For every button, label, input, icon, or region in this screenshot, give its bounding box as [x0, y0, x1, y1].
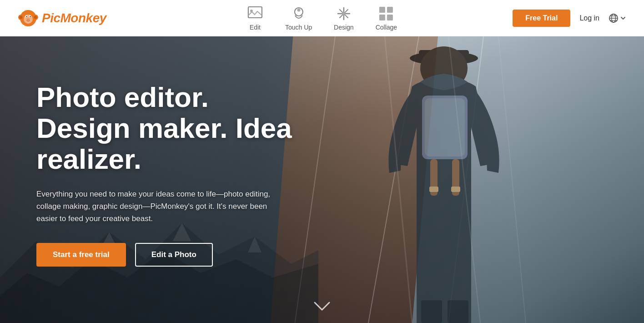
- header: PicMonkey Edit Touch Up: [0, 0, 644, 36]
- globe-icon: [609, 13, 619, 23]
- svg-point-16: [297, 8, 300, 11]
- nav-item-edit[interactable]: Edit: [247, 5, 263, 31]
- svg-rect-22: [379, 7, 385, 13]
- hero-subtitle: Everything you need to make your ideas c…: [36, 188, 273, 225]
- edit-photo-button[interactable]: Edit a Photo: [135, 243, 213, 267]
- hero-buttons: Start a free trial Edit a Photo: [36, 243, 309, 267]
- nav-design-label: Design: [334, 24, 354, 31]
- svg-point-12: [29, 19, 30, 20]
- hero-content: Photo editor. Design maker. Idea realize…: [36, 82, 309, 267]
- logo[interactable]: PicMonkey: [18, 8, 106, 28]
- touchup-icon: [290, 5, 307, 22]
- nav-touchup-label: Touch Up: [285, 24, 312, 31]
- svg-point-8: [26, 16, 27, 17]
- svg-rect-25: [387, 15, 393, 20]
- hero-section: Photo editor. Design maker. Idea realize…: [0, 36, 644, 323]
- svg-point-3: [20, 15, 23, 19]
- nav-item-design[interactable]: Design: [334, 5, 354, 31]
- logo-text: PicMonkey: [42, 11, 106, 25]
- nav-right: Free Trial Log in: [513, 10, 626, 27]
- scroll-indicator[interactable]: [313, 301, 331, 312]
- language-selector[interactable]: [609, 13, 626, 23]
- start-free-trial-button[interactable]: Start a free trial: [36, 243, 126, 267]
- chevron-down-icon: [620, 15, 626, 21]
- nav-item-touchup[interactable]: Touch Up: [285, 5, 312, 31]
- edit-icon: [247, 5, 263, 22]
- svg-rect-24: [379, 15, 385, 20]
- svg-rect-23: [387, 7, 393, 13]
- design-icon: [336, 5, 352, 22]
- svg-point-21: [342, 12, 345, 15]
- collage-icon: [378, 5, 394, 22]
- nav-item-collage[interactable]: Collage: [376, 5, 397, 31]
- nav-edit-label: Edit: [250, 24, 261, 31]
- nav-center: Edit Touch Up: [247, 5, 397, 31]
- svg-point-11: [27, 19, 28, 20]
- scroll-chevron-icon: [313, 301, 331, 312]
- svg-point-9: [30, 16, 30, 17]
- svg-point-10: [26, 18, 30, 20]
- free-trial-button[interactable]: Free Trial: [513, 10, 570, 27]
- nav-collage-label: Collage: [376, 24, 397, 31]
- svg-rect-13: [248, 7, 262, 18]
- svg-point-4: [34, 15, 37, 19]
- logo-icon: [18, 8, 38, 28]
- hero-title: Photo editor. Design maker. Idea realize…: [36, 82, 309, 175]
- login-link[interactable]: Log in: [579, 14, 599, 22]
